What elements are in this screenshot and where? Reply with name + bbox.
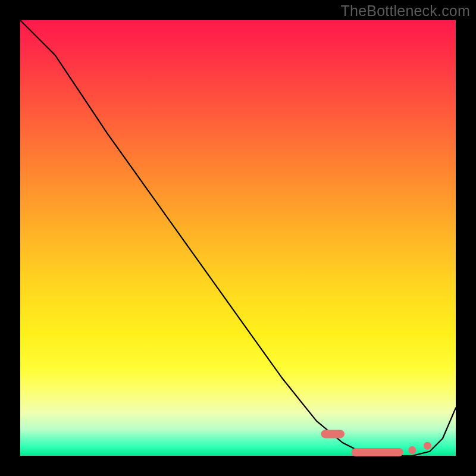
watermark-text: TheBottleneck.com [341, 2, 470, 20]
bottleneck-curve [20, 20, 456, 456]
chart-overlay [20, 20, 456, 456]
plot-area [20, 20, 456, 456]
marker-capsule [321, 430, 345, 438]
chart-stage: TheBottleneck.com [0, 0, 476, 476]
marker-dot [408, 446, 416, 454]
marker-dot [424, 442, 431, 450]
marker-layer [321, 430, 431, 456]
marker-capsule [352, 448, 403, 456]
